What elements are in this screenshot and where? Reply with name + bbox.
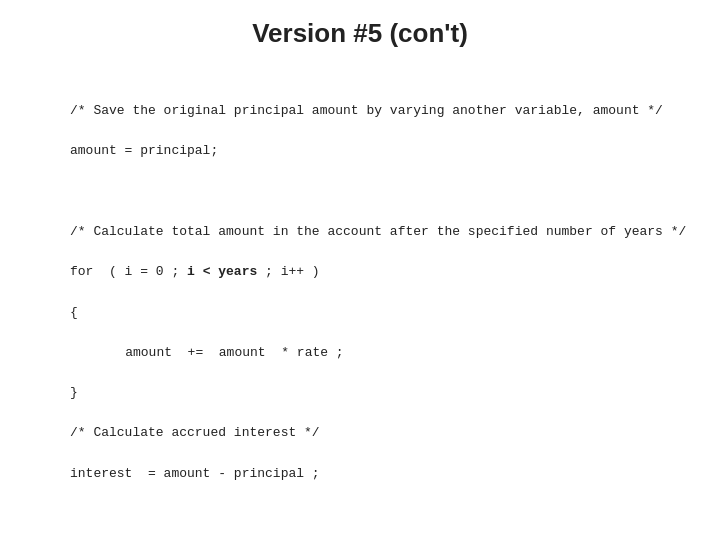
content-area: /* Save the original principal amount by… bbox=[0, 61, 720, 540]
code-block: /* Save the original principal amount by… bbox=[70, 81, 650, 540]
line6: interest = amount - principal ; bbox=[70, 464, 650, 484]
comment1: /* Save the original principal amount by… bbox=[70, 101, 650, 121]
comment2: /* Calculate total amount in the account… bbox=[70, 222, 650, 242]
line3: { bbox=[70, 303, 650, 323]
spacer2 bbox=[70, 504, 650, 524]
slide: Version #5 (con't) /* Save the original … bbox=[0, 0, 720, 540]
spacer1 bbox=[70, 182, 650, 202]
slide-title: Version #5 (con't) bbox=[252, 18, 468, 48]
title-area: Version #5 (con't) bbox=[0, 0, 720, 57]
line4: amount += amount * rate ; bbox=[70, 343, 650, 363]
line5: } bbox=[70, 383, 650, 403]
line2: for ( i = 0 ; i < years ; i++ ) bbox=[70, 262, 650, 282]
line1: amount = principal; bbox=[70, 141, 650, 161]
comment3: /* Calculate accrued interest */ bbox=[70, 423, 650, 443]
